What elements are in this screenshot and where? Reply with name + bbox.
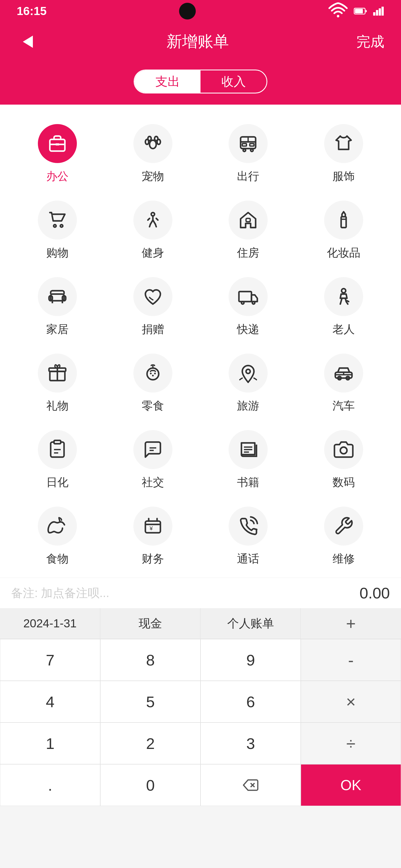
key-4[interactable]: 4	[0, 681, 100, 722]
keypad-area: 2024-1-31 现金 个人账单 + 7 8 9 - 4 5 6 × 1 2 …	[0, 608, 401, 806]
repair-icon	[334, 516, 354, 536]
category-label-clothing: 服饰	[333, 168, 355, 184]
category-express[interactable]: 快递	[202, 272, 295, 342]
category-housing[interactable]: 住房	[202, 195, 295, 266]
category-label-pet: 宠物	[142, 168, 164, 184]
fitness-icon	[143, 210, 163, 230]
key-0[interactable]: 0	[100, 764, 200, 806]
sofa-icon	[47, 286, 67, 307]
category-label-books: 书籍	[237, 475, 259, 490]
category-food[interactable]: 食物	[11, 501, 104, 572]
category-cosmetics[interactable]: 化妆品	[297, 195, 390, 266]
svg-rect-27	[246, 218, 250, 222]
daily-icon	[47, 440, 67, 460]
signal-icon	[373, 7, 384, 16]
category-label-elderly: 老人	[333, 321, 355, 337]
category-label-tourism: 旅游	[237, 398, 259, 413]
camera-notch	[179, 3, 196, 20]
category-icon-books	[229, 430, 267, 469]
snack-icon	[143, 363, 163, 383]
svg-rect-28	[341, 217, 346, 227]
key-minus[interactable]: -	[301, 639, 401, 681]
account-cell[interactable]: 个人账单	[200, 608, 301, 639]
category-digital[interactable]: 数码	[297, 425, 390, 495]
category-phone[interactable]: 通话	[202, 501, 295, 572]
category-travel[interactable]: 出行	[202, 119, 295, 189]
category-pet[interactable]: 宠物	[107, 119, 199, 189]
add-cell[interactable]: +	[301, 608, 401, 639]
key-1[interactable]: 1	[0, 722, 100, 764]
svg-point-10	[149, 140, 156, 149]
category-office[interactable]: 办公	[11, 119, 104, 189]
category-label-finance: 财务	[142, 551, 164, 566]
category-icon-snack	[134, 353, 172, 393]
category-car[interactable]: 汽车	[297, 348, 390, 419]
tab-income[interactable]: 收入	[200, 70, 266, 93]
category-snack[interactable]: 零食	[107, 348, 199, 419]
briefcase-icon	[47, 133, 67, 154]
category-finance[interactable]: ¥ 财务	[107, 501, 199, 572]
apple-icon	[47, 516, 67, 536]
svg-rect-23	[250, 144, 254, 146]
key-9[interactable]: 9	[200, 639, 301, 681]
category-icon-digital	[324, 430, 363, 469]
lipstick-icon	[334, 210, 354, 230]
key-ok[interactable]: OK	[301, 764, 401, 806]
key-8[interactable]: 8	[100, 639, 200, 681]
key-7[interactable]: 7	[0, 639, 100, 681]
amount-display: 0.00	[360, 584, 390, 602]
category-icon-pet	[134, 124, 172, 163]
social-icon	[143, 440, 163, 460]
category-books[interactable]: 书籍	[202, 425, 295, 495]
category-label-car: 汽车	[333, 398, 355, 413]
category-label-furniture: 家居	[46, 321, 68, 337]
tab-expense[interactable]: 支出	[135, 70, 200, 93]
key-5[interactable]: 5	[100, 681, 200, 722]
svg-point-47	[246, 369, 250, 374]
category-gift[interactable]: 礼物	[11, 348, 104, 419]
key-3[interactable]: 3	[200, 722, 301, 764]
category-repair[interactable]: 维修	[297, 501, 390, 572]
key-backspace[interactable]	[200, 764, 301, 806]
truck-icon	[238, 286, 258, 307]
category-label-shopping: 购物	[46, 245, 68, 260]
key-2[interactable]: 2	[100, 722, 200, 764]
category-label-travel: 出行	[237, 168, 259, 184]
back-arrow-icon	[23, 36, 33, 48]
category-tourism[interactable]: 旅游	[202, 348, 295, 419]
category-elderly[interactable]: 老人	[297, 272, 390, 342]
camera-icon	[334, 440, 354, 460]
keypad-grid: 7 8 9 - 4 5 6 × 1 2 3 ÷ . 0 OK	[0, 639, 401, 806]
shirt-icon	[334, 133, 354, 154]
svg-point-42	[147, 368, 159, 380]
back-button[interactable]	[17, 31, 39, 53]
svg-point-38	[341, 289, 346, 293]
category-clothing[interactable]: 服饰	[297, 119, 390, 189]
category-fitness[interactable]: 健身	[107, 195, 199, 266]
wifi-icon	[328, 1, 348, 21]
category-icon-tourism	[229, 353, 267, 393]
done-button[interactable]: 完成	[356, 33, 384, 51]
category-icon-cosmetics	[324, 200, 363, 240]
category-label-housing: 住房	[237, 245, 259, 260]
category-donation[interactable]: 捐赠	[107, 272, 199, 342]
finance-icon: ¥	[143, 516, 163, 536]
key-6[interactable]: 6	[200, 681, 301, 722]
category-daily[interactable]: 日化	[11, 425, 104, 495]
svg-point-25	[60, 225, 63, 227]
svg-rect-4	[376, 10, 378, 16]
key-dot[interactable]: .	[0, 764, 100, 806]
payment-method-cell[interactable]: 现金	[100, 608, 200, 639]
svg-rect-35	[239, 291, 252, 302]
tab-switcher: 支出 收入	[0, 61, 401, 104]
home-icon	[238, 210, 258, 230]
key-divide[interactable]: ÷	[301, 722, 401, 764]
date-cell[interactable]: 2024-1-31	[0, 608, 100, 639]
category-label-donation: 捐赠	[142, 321, 164, 337]
note-area[interactable]: 备注: 加点备注呗... 0.00	[0, 578, 401, 608]
category-shopping[interactable]: 购物	[11, 195, 104, 266]
key-multiply[interactable]: ×	[301, 681, 401, 722]
donate-icon	[143, 286, 163, 307]
category-furniture[interactable]: 家居	[11, 272, 104, 342]
category-social[interactable]: 社交	[107, 425, 199, 495]
